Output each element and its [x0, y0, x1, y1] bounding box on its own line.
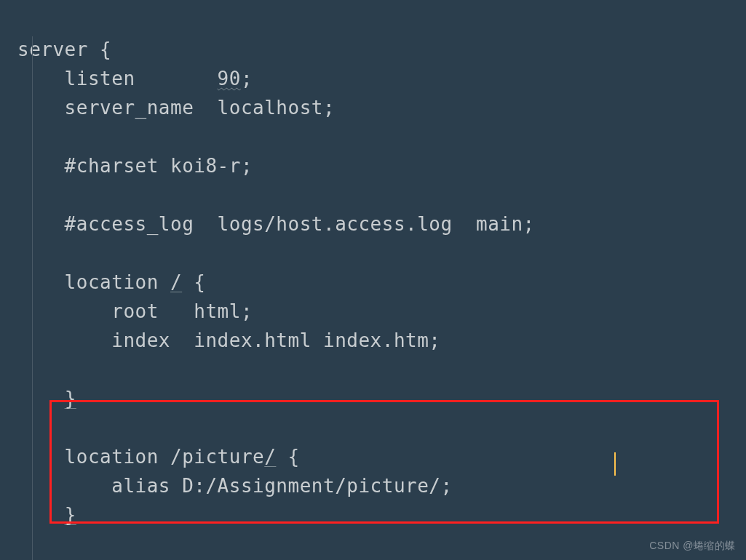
- code-line: index index.html index.htm;: [17, 329, 441, 351]
- code-line: location /picture/ {: [17, 446, 300, 468]
- text-cursor: [614, 452, 616, 476]
- code-line: }: [17, 504, 76, 526]
- indent-guide: [32, 36, 33, 560]
- code-line: root html;: [17, 300, 253, 322]
- code-line: listen 90;: [17, 68, 253, 89]
- code-line: }: [17, 388, 76, 409]
- code-line: location / {: [17, 271, 205, 293]
- code-line: alias D:/Assignment/picture/;: [17, 475, 453, 497]
- code-block: server { listen 90; server_name localhos…: [0, 0, 746, 529]
- code-line: #access_log logs/host.access.log main;: [17, 213, 535, 235]
- watermark-text: CSDN @蜷缩的蝶: [649, 540, 736, 553]
- code-line: server_name localhost;: [17, 97, 335, 119]
- code-line: #charset koi8-r;: [17, 155, 253, 177]
